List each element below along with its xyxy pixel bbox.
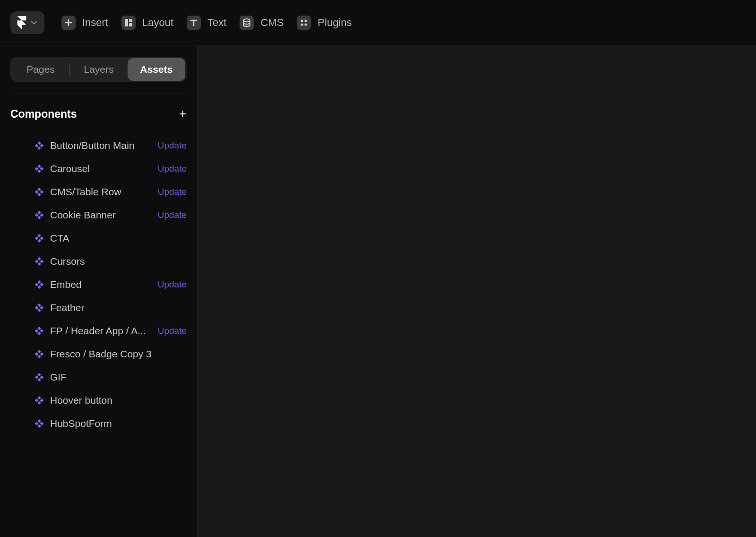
component-name: Cursors [50,256,187,267]
main-area: Pages Layers Assets Components + Button/… [0,45,756,537]
toolbar-layout[interactable]: Layout [121,16,173,30]
component-item[interactable]: FP / Header App / A... Update [10,319,187,342]
svg-point-6 [301,23,303,26]
svg-rect-40 [37,327,41,330]
svg-rect-8 [37,141,41,145]
section-title: Components [10,108,77,121]
svg-rect-52 [37,396,41,399]
update-link[interactable]: Update [158,140,187,151]
toolbar-items: Insert Layout Text CMS Plugins [61,16,352,30]
tab-label: Assets [140,64,173,75]
component-item[interactable]: Cursors [10,250,187,273]
svg-rect-26 [40,236,43,240]
component-diamond-icon [35,234,43,243]
svg-rect-23 [37,216,41,219]
svg-rect-55 [37,401,41,404]
svg-rect-38 [40,306,43,310]
component-diamond-icon [35,396,43,405]
svg-rect-32 [37,280,41,284]
svg-rect-41 [35,329,38,333]
component-name: CTA [50,233,187,244]
plugins-icon [297,16,311,30]
svg-rect-14 [40,167,43,171]
tab-layers[interactable]: Layers [70,58,128,81]
svg-rect-48 [37,373,41,376]
component-name: FP / Header App / A... [50,325,154,337]
text-icon [187,16,201,30]
svg-rect-31 [37,262,41,265]
svg-rect-30 [40,260,43,263]
update-link[interactable]: Update [158,164,187,174]
svg-rect-0 [125,19,128,26]
svg-rect-53 [35,398,38,402]
toolbar-label: Text [207,17,226,29]
toolbar-label: Plugins [318,17,352,29]
svg-rect-24 [37,234,41,237]
framer-logo-icon [16,17,27,28]
svg-rect-51 [37,378,41,381]
svg-point-4 [301,19,303,22]
svg-rect-58 [40,422,43,425]
svg-rect-12 [37,165,41,168]
component-diamond-icon [35,165,43,173]
component-name: GIF [50,372,187,383]
component-name: Embed [50,279,154,290]
component-item[interactable]: CMS/Table Row Update [10,180,187,203]
component-item[interactable]: Cookie Banner Update [10,203,187,226]
component-diamond-icon [35,303,43,312]
svg-rect-22 [40,213,43,217]
svg-rect-29 [35,260,38,263]
component-diamond-icon [35,419,43,428]
svg-rect-13 [35,167,38,171]
toolbar-text[interactable]: Text [187,16,226,30]
component-item[interactable]: GIF [10,365,187,389]
svg-rect-17 [35,190,38,194]
component-name: Carousel [50,163,154,174]
component-diamond-icon [35,211,43,219]
component-list: Button/Button Main Update Carousel Updat… [10,134,187,435]
component-item[interactable]: Embed Update [10,273,187,296]
svg-rect-25 [35,236,38,240]
layout-icon [121,16,136,30]
svg-rect-49 [35,375,38,379]
component-item[interactable]: Hoover button [10,389,187,412]
update-link[interactable]: Update [158,210,187,220]
component-item[interactable]: HubSpotForm [10,412,187,435]
svg-rect-54 [40,398,43,402]
svg-rect-34 [40,283,43,286]
component-name: Feather [50,302,187,313]
component-name: Cookie Banner [50,209,154,221]
svg-rect-20 [37,211,41,214]
toolbar-label: Layout [142,17,173,29]
toolbar-label: CMS [260,17,284,29]
svg-rect-2 [129,23,132,26]
svg-rect-47 [37,355,41,358]
add-component-button[interactable]: + [179,107,187,121]
component-diamond-icon [35,373,43,381]
component-item[interactable]: Carousel Update [10,157,187,180]
update-link[interactable]: Update [158,326,187,336]
update-link[interactable]: Update [158,279,187,290]
svg-rect-46 [40,352,43,356]
svg-rect-39 [37,308,41,312]
toolbar-cms[interactable]: CMS [240,16,284,30]
component-item[interactable]: CTA [10,226,187,250]
component-item[interactable]: Fresco / Badge Copy 3 [10,342,187,365]
component-diamond-icon [35,280,43,289]
tab-pages[interactable]: Pages [12,58,69,81]
svg-rect-59 [37,424,41,427]
canvas-area[interactable] [198,45,756,537]
svg-rect-43 [37,331,41,335]
update-link[interactable]: Update [158,187,187,197]
toolbar-plugins[interactable]: Plugins [297,16,352,30]
svg-rect-9 [35,144,38,147]
component-name: Hoover button [50,395,187,406]
tab-assets[interactable]: Assets [128,58,185,81]
component-item[interactable]: Feather [10,296,187,319]
toolbar-insert[interactable]: Insert [61,16,108,30]
tab-label: Pages [26,64,55,75]
svg-rect-50 [40,375,43,379]
left-sidebar: Pages Layers Assets Components + Button/… [0,45,198,537]
component-item[interactable]: Button/Button Main Update [10,134,187,157]
app-menu-button[interactable] [10,11,44,34]
